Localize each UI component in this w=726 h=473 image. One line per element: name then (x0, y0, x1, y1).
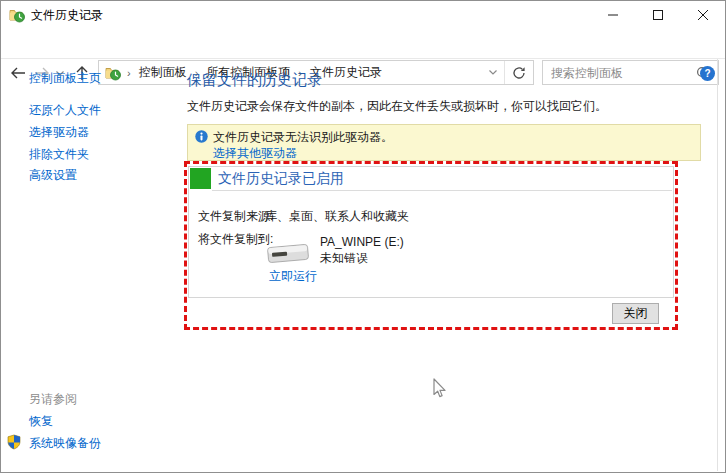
close-icon (698, 10, 708, 20)
search-input[interactable] (543, 66, 696, 80)
help-button[interactable]: ? (700, 66, 715, 81)
sidebar-item-recovery[interactable]: 恢复 (29, 413, 53, 430)
info-icon (195, 130, 208, 143)
navigation-bar: › 控制面板 › 所有控制面板项 › 文件历史记录 (1, 29, 725, 59)
uac-shield-icon (6, 434, 22, 450)
refresh-icon (512, 66, 526, 80)
content-right-divider (717, 59, 718, 471)
address-dropdown-button[interactable] (482, 61, 504, 84)
target-drive-status: 未知错误 (320, 250, 368, 267)
sidebar-item-advanced-settings[interactable]: 高级设置 (29, 167, 77, 184)
drive-warning-banner: 文件历史记录无法识别此驱动器。 选择其他驱动器 (187, 124, 701, 161)
window-title: 文件历史记录 (31, 7, 103, 24)
copy-to-label: 将文件复制到: (198, 231, 273, 248)
page-subtitle: 文件历史记录会保存文件的副本，因此在文件丢失或损坏时，你可以找回它们。 (187, 98, 607, 115)
sidebar-item-control-panel-home[interactable]: 控制面板主页 (29, 70, 101, 87)
sidebar-item-system-image-backup[interactable]: 系统映像备份 (29, 435, 101, 452)
maximize-button[interactable] (635, 1, 680, 29)
sidebar-see-also-heading: 另请参阅 (29, 391, 77, 408)
help-glyph: ? (704, 68, 710, 79)
chevron-down-icon (489, 70, 497, 75)
sidebar-item-exclude-folders[interactable]: 排除文件夹 (29, 146, 89, 163)
status-on-indicator (190, 168, 211, 189)
page-title: 保留文件的历史记录 (187, 71, 322, 90)
back-button[interactable] (9, 64, 26, 81)
file-history-status-panel: 文件历史记录已启用 文件复制来源: 库、桌面、联系人和收藏夹 将文件复制到: P… (188, 166, 674, 298)
copy-from-label: 文件复制来源: (198, 208, 273, 225)
breadcrumb-separator: › (121, 67, 137, 79)
file-history-icon (9, 7, 25, 23)
refresh-button[interactable] (505, 61, 533, 84)
status-heading: 文件历史记录已启用 (218, 170, 344, 188)
back-arrow-icon (10, 66, 26, 80)
close-window-button[interactable] (680, 1, 725, 29)
status-separator (212, 190, 672, 191)
minimize-icon (608, 10, 618, 20)
select-another-drive-link[interactable]: 选择其他驱动器 (213, 145, 297, 162)
mouse-cursor (429, 377, 447, 401)
minimize-button[interactable] (590, 1, 635, 29)
external-drive-icon (265, 240, 311, 266)
window-controls (590, 1, 725, 29)
close-button[interactable]: 关闭 (612, 303, 659, 324)
run-now-link[interactable]: 立即运行 (269, 268, 317, 285)
sidebar-item-restore-personal-files[interactable]: 还原个人文件 (29, 102, 101, 119)
warning-message: 文件历史记录无法识别此驱动器。 (213, 129, 393, 146)
file-history-breadcrumb-icon (105, 65, 121, 81)
file-history-window: 文件历史记录 (0, 0, 726, 473)
copy-from-value: 库、桌面、联系人和收藏夹 (265, 208, 409, 225)
titlebar: 文件历史记录 (1, 1, 725, 29)
maximize-icon (653, 10, 663, 20)
search-box (542, 60, 719, 85)
target-drive-name: PA_WINPE (E:) (320, 235, 404, 249)
breadcrumb-control-panel[interactable]: 控制面板 (137, 64, 189, 81)
sidebar-item-select-drive[interactable]: 选择驱动器 (29, 124, 89, 141)
